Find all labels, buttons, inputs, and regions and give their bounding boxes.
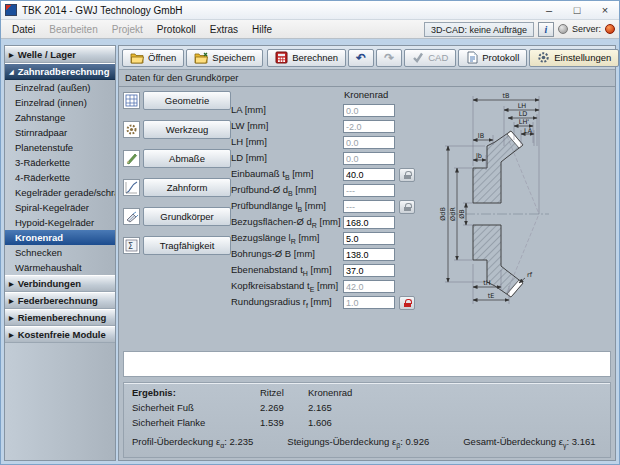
field-input-lh[interactable] bbox=[343, 136, 395, 149]
field-label-pruefbundlaenge: Prüfbundlänge lB [mm] bbox=[231, 200, 343, 213]
server-label: Server: bbox=[572, 24, 601, 34]
cad-check-icon bbox=[412, 52, 424, 63]
grundkoerper-form: Geometrie Werkzeug Abmaße Zahnform Grund… bbox=[119, 87, 615, 349]
svg-text:Σ: Σ bbox=[128, 242, 133, 251]
dim-label-lb-cap: lB bbox=[478, 132, 484, 140]
sidebar-section-zahnradberechnung[interactable]: ◢Zahnradberechnung bbox=[5, 63, 115, 80]
sidebar-item-zahnstange[interactable]: Zahnstange bbox=[5, 110, 115, 125]
open-button[interactable]: Öffnen bbox=[122, 49, 184, 67]
sidebar-item-planetenstufe[interactable]: Planetenstufe bbox=[5, 140, 115, 155]
dim-label-lb: lb bbox=[476, 152, 482, 160]
redo-icon: ↷ bbox=[384, 53, 394, 63]
protocol-button[interactable]: Protokoll bbox=[458, 49, 527, 67]
load-capacity-icon: Σ bbox=[123, 237, 140, 254]
dim-label-la: LA bbox=[524, 127, 533, 135]
save-button[interactable]: Speichern bbox=[186, 49, 263, 67]
chevron-right-icon: ▶ bbox=[9, 297, 14, 304]
sidebar-item-waermehaushalt[interactable]: Wärmehaushalt bbox=[5, 260, 115, 275]
menu-hilfe[interactable]: Hilfe bbox=[245, 22, 279, 37]
settings-button[interactable]: Einstellungen bbox=[529, 49, 619, 67]
field-input-la[interactable] bbox=[343, 104, 395, 117]
field-label-bezugslaenge: Bezugslänge lR [mm] bbox=[231, 232, 343, 245]
field-input-bohrungs-d[interactable] bbox=[343, 248, 395, 261]
server-status-indicator bbox=[605, 24, 615, 34]
dim-label-tb: tB bbox=[502, 92, 509, 100]
navigation-sidebar: ▶Welle / Lager ◢Zahnradberechnung Einzel… bbox=[4, 45, 116, 461]
sidebar-item-spiral-kegelraeder[interactable]: Spiral-Kegelräder bbox=[5, 200, 115, 215]
sidebar-item-4-raederkette[interactable]: 4-Räderkette bbox=[5, 170, 115, 185]
field-input-einbaumass[interactable] bbox=[343, 168, 395, 181]
undo-button[interactable]: ↶ bbox=[348, 49, 374, 67]
sidebar-item-kronenrad[interactable]: Kronenrad bbox=[5, 230, 115, 245]
field-input-ebenenabstand[interactable] bbox=[343, 264, 395, 277]
cad-button[interactable]: CAD bbox=[404, 49, 456, 67]
chevron-down-icon: ◢ bbox=[9, 68, 14, 75]
results-title: Ergebnis: bbox=[132, 387, 260, 398]
sidebar-item-hypoid-kegelraeder[interactable]: Hypoid-Kegelräder bbox=[5, 215, 115, 230]
chevron-right-icon: ▶ bbox=[9, 280, 14, 287]
dim-label-te: tE bbox=[488, 292, 495, 300]
dim-label-lh: LH bbox=[518, 102, 527, 110]
dim-label-bore: ØB bbox=[458, 209, 466, 219]
sidebar-item-schnecken[interactable]: Schnecken bbox=[5, 245, 115, 260]
section-button-werkzeug[interactable]: Werkzeug bbox=[143, 120, 231, 139]
chevron-right-icon: ▶ bbox=[9, 331, 14, 338]
section-button-abmasse[interactable]: Abmaße bbox=[143, 149, 231, 168]
field-label-einbaumass: Einbaumaß tB [mm] bbox=[231, 168, 343, 181]
field-input-ld[interactable] bbox=[343, 152, 395, 165]
field-input-pruefbundlaenge[interactable] bbox=[343, 200, 395, 213]
menu-protokoll[interactable]: Protokoll bbox=[150, 22, 203, 37]
results-col-ritzel: Ritzel bbox=[260, 387, 308, 398]
sidebar-item-kegelraeder[interactable]: Kegelräder gerade/schräg bbox=[5, 185, 115, 200]
tool-gear-icon bbox=[123, 121, 140, 138]
field-input-rundungsradius[interactable] bbox=[343, 296, 395, 309]
titlebar: TBK 2014 - GWJ Technology GmbH – □ × bbox=[1, 1, 619, 20]
field-label-ld: LD [mm] bbox=[231, 152, 343, 165]
section-button-tragfaehigkeit[interactable]: Tragfähigkeit bbox=[143, 236, 231, 255]
field-input-pruefbund-d[interactable] bbox=[343, 184, 395, 197]
field-label-kopfkreisabstand: Kopfkreisabstand tE [mm] bbox=[231, 280, 343, 293]
sidebar-section-riemenberechnung[interactable]: ▶Riemenberechnung bbox=[5, 309, 115, 326]
results-col-kronenrad: Kronenrad bbox=[308, 387, 378, 398]
maximize-button[interactable]: □ bbox=[563, 1, 591, 19]
dim-label-dr: ØdR bbox=[449, 207, 457, 221]
section-button-geometrie[interactable]: Geometrie bbox=[143, 91, 231, 110]
sidebar-section-verbindungen[interactable]: ▶Verbindungen bbox=[5, 275, 115, 292]
undo-icon: ↶ bbox=[356, 53, 366, 63]
result-fuss-kronenrad: 2.165 bbox=[308, 402, 378, 413]
result-flanke-kronenrad: 1.606 bbox=[308, 417, 378, 428]
redo-button[interactable]: ↷ bbox=[376, 49, 402, 67]
chevron-right-icon: ▶ bbox=[9, 314, 14, 321]
folder-save-icon bbox=[194, 52, 208, 64]
sidebar-section-federberechnung[interactable]: ▶Federberechnung bbox=[5, 292, 115, 309]
result-fuss-ritzel: 2.269 bbox=[260, 402, 308, 413]
field-label-lw: LW [mm] bbox=[231, 120, 343, 133]
info-button[interactable]: i bbox=[538, 22, 554, 37]
message-area bbox=[123, 351, 611, 377]
field-label-bezugsflaechen: Bezugsflächen-Ø dR [mm] bbox=[231, 216, 343, 229]
sidebar-section-kostenfreie-module[interactable]: ▶Kostenfreie Module bbox=[5, 326, 115, 343]
geometry-icon bbox=[123, 92, 140, 109]
sidebar-item-stirnradpaar[interactable]: Stirnradpaar bbox=[5, 125, 115, 140]
content-panel: Öffnen Speichern Berechnen ↶ ↷ CAD Proto… bbox=[118, 45, 616, 461]
field-input-bezugslaenge[interactable] bbox=[343, 232, 395, 245]
sidebar-section-welle-lager[interactable]: ▶Welle / Lager bbox=[5, 46, 115, 63]
close-button[interactable]: × bbox=[591, 1, 619, 19]
field-input-kopfkreisabstand[interactable] bbox=[343, 280, 395, 293]
menu-datei[interactable]: Datei bbox=[5, 22, 42, 37]
sidebar-item-3-raederkette[interactable]: 3-Räderkette bbox=[5, 155, 115, 170]
tolerances-icon bbox=[123, 150, 140, 167]
menu-bearbeiten: Bearbeiten bbox=[42, 22, 104, 37]
section-button-grundkoerper[interactable]: Grundkörper bbox=[143, 207, 231, 226]
field-input-lw[interactable] bbox=[343, 120, 395, 133]
calculate-button[interactable]: Berechnen bbox=[267, 49, 346, 67]
minimize-button[interactable]: – bbox=[535, 1, 563, 19]
menu-extras[interactable]: Extras bbox=[203, 22, 245, 37]
menu-projekt: Projekt bbox=[105, 22, 150, 37]
field-input-bezugsflaechen[interactable] bbox=[343, 216, 395, 229]
sidebar-item-einzelrad-innen[interactable]: Einzelrad (innen) bbox=[5, 95, 115, 110]
sidebar-item-einzelrad-aussen[interactable]: Einzelrad (außen) bbox=[5, 80, 115, 95]
document-icon bbox=[466, 51, 478, 64]
section-button-zahnform[interactable]: Zahnform bbox=[143, 178, 231, 197]
dim-label-lh2: LH' bbox=[519, 118, 530, 126]
